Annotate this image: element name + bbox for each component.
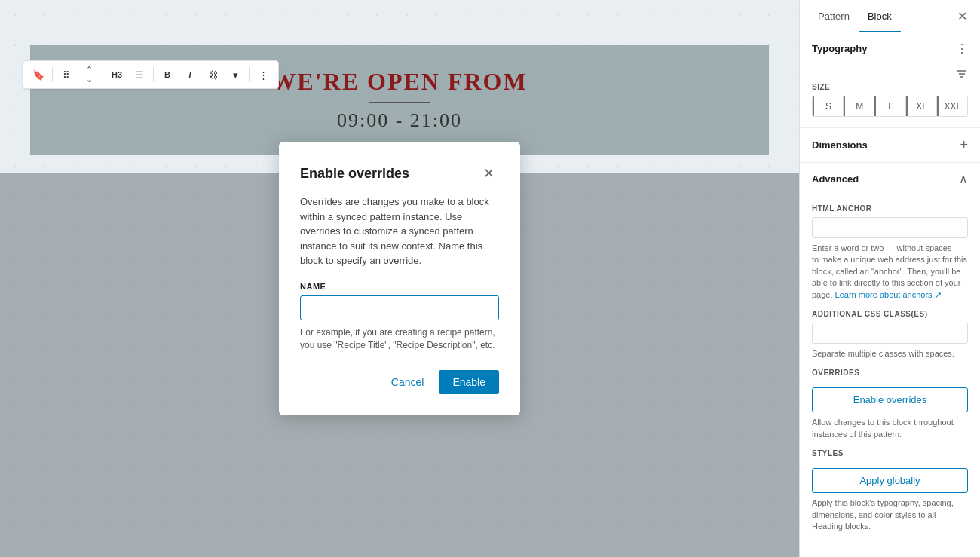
right-sidebar: Pattern Block ✕ Typography ⋮ SIZE S M L … [799,0,980,557]
size-m[interactable]: M [844,96,874,116]
typography-body: SIZE S M L XL XXL [800,83,980,127]
modal-header: Enable overrides ✕ [300,163,499,184]
size-xxl[interactable]: XXL [937,96,967,116]
size-l[interactable]: L [874,96,905,116]
apply-globally-button[interactable]: Apply globally [812,468,968,493]
typography-section: Typography ⋮ SIZE S M L XL XXL [800,32,980,128]
html-anchor-label: HTML ANCHOR [812,204,968,213]
html-anchor-input[interactable] [812,217,968,238]
dimensions-add-icon: + [960,137,968,153]
modal-overlay: Enable overrides ✕ Overrides are changes… [0,0,799,557]
tab-pattern[interactable]: Pattern [809,0,859,32]
css-classes-input[interactable] [812,323,968,344]
sidebar-tabs: Pattern Block ✕ [800,0,980,32]
modal-description: Overrides are changes you make to a bloc… [300,194,499,268]
size-row-icons [800,65,980,83]
modal-close-button[interactable]: ✕ [478,163,499,184]
dimensions-section-header[interactable]: Dimensions + [800,128,980,162]
modal-hint: For example, if you are creating a recip… [300,326,499,352]
close-icon: ✕ [957,9,967,23]
advanced-body: HTML ANCHOR Enter a word or two — withou… [800,204,980,543]
typography-title: Typography [812,43,867,54]
advanced-title: Advanced [812,173,859,185]
modal-cancel-button[interactable]: Cancel [384,372,432,393]
modal-name-label: NAME [300,282,499,291]
size-s[interactable]: S [813,96,844,116]
css-classes-label: ADDITIONAL CSS CLASS(ES) [812,310,968,318]
modal-enable-button[interactable]: Enable [439,370,499,394]
typography-section-header[interactable]: Typography ⋮ [800,32,980,65]
css-classes-hint: Separate multiple classes with spaces. [812,348,968,360]
enable-overrides-button[interactable]: Enable overrides [812,387,968,412]
size-options: S M L XL XXL [812,96,968,117]
learn-more-anchors-link[interactable]: Learn more about anchors ↗ [835,290,942,299]
advanced-chevron-icon: ∧ [959,172,968,186]
canvas-area: 🔖 ⠿ ⌃⌄ H3 ☰ B I ⛓ ▾ ⋮ WE'RE OPEN FROM 09… [0,0,799,557]
styles-label: STYLES [812,449,968,458]
size-filter-icon [956,68,968,80]
advanced-section-header[interactable]: Advanced ∧ [800,163,980,195]
typography-options-icon: ⋮ [956,41,968,56]
enable-overrides-modal: Enable overrides ✕ Overrides are changes… [279,142,520,415]
modal-actions: Cancel Enable [300,370,499,394]
dimensions-section: Dimensions + [800,128,980,163]
modal-title: Enable overrides [300,166,409,182]
size-label: SIZE [812,83,968,91]
dimensions-title: Dimensions [812,139,868,151]
size-xl[interactable]: XL [906,96,937,116]
sidebar-close-button[interactable]: ✕ [953,7,971,25]
html-anchor-hint: Enter a word or two — without spaces — t… [812,243,968,301]
advanced-section: Advanced ∧ HTML ANCHOR Enter a word or t… [800,163,980,543]
overrides-label: OVERRIDES [812,369,968,377]
overrides-description: Allow changes to this block throughout i… [812,417,968,440]
modal-name-input[interactable] [300,295,499,320]
tab-block[interactable]: Block [859,0,901,32]
apply-globally-description: Apply this block's typography, spacing, … [812,497,968,532]
close-icon: ✕ [483,165,495,182]
